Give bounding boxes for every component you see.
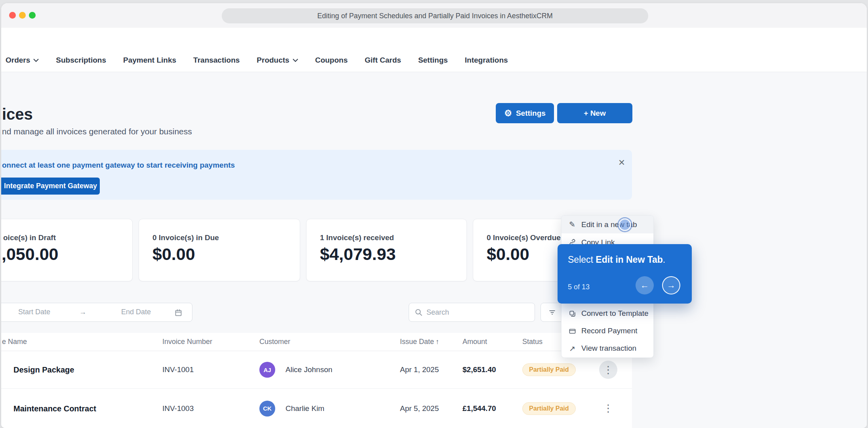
nav-item-payment-links[interactable]: Payment Links	[123, 56, 176, 65]
nav-item-orders[interactable]: Orders	[6, 56, 39, 65]
nav-item-coupons[interactable]: Coupons	[315, 56, 348, 65]
invoice-name: Maintenance Contract	[13, 404, 96, 413]
app-window: Editing of Payment Schedules and Partial…	[1, 3, 867, 428]
customer-name: Alice Johnson	[286, 365, 332, 374]
external-arrow-icon: ↗	[568, 344, 577, 353]
calendar-icon	[174, 308, 183, 317]
end-date-placeholder: End Date	[121, 308, 151, 316]
invoice-row[interactable]: Maintenance Contract INV-1003 CK Charlie…	[1, 389, 632, 428]
nav-label: Subscriptions	[56, 56, 106, 65]
close-window-button[interactable]	[9, 12, 16, 19]
date-range-picker[interactable]: Start Date → End Date	[1, 303, 192, 322]
payment-gateway-banner: onnect at least one payment gateway to s…	[1, 150, 632, 200]
payment-card-icon	[568, 327, 577, 335]
tour-instruction: Select Edit in New Tab.	[568, 254, 665, 265]
zoom-window-button[interactable]	[29, 12, 36, 19]
col-header-number[interactable]: Invoice Number	[162, 338, 212, 346]
stat-card-draft: oice(s) in Draft ,050.00	[1, 219, 133, 281]
stat-card-received: 1 Invoice(s) received $4,079.93	[306, 219, 467, 281]
instruction-prefix: Select	[568, 254, 596, 265]
col-header-issue-date[interactable]: Issue Date	[400, 338, 434, 346]
row-actions-kebab-icon[interactable]: ⋮	[599, 399, 617, 418]
stat-card-due: 0 Invoice(s) in Due $0.00	[139, 219, 300, 281]
invoice-number: INV-1001	[162, 365, 194, 374]
search-icon	[415, 308, 423, 317]
new-invoice-button[interactable]: + New	[557, 103, 632, 123]
invoice-amount: $2,651.40	[463, 365, 496, 374]
gear-icon: ⚙	[504, 108, 512, 118]
tour-step-counter: 5 of 13	[568, 283, 590, 291]
banner-close-icon[interactable]: ×	[619, 157, 625, 168]
menu-item-view-transaction[interactable]: ↗ View transaction	[562, 340, 653, 357]
tour-next-button[interactable]: →	[662, 276, 680, 294]
integrate-gateway-button[interactable]: Integrate Payment Gateway	[1, 178, 100, 195]
browser-titlebar: Editing of Payment Schedules and Partial…	[1, 3, 867, 28]
nav-label: Orders	[6, 56, 30, 65]
tour-tooltip: Select Edit in New Tab. 5 of 13 ← →	[558, 244, 692, 304]
search-input[interactable]	[426, 303, 529, 321]
nav-item-settings[interactable]: Settings	[418, 56, 448, 65]
col-header-status[interactable]: Status	[522, 338, 542, 346]
nav-item-products[interactable]: Products	[257, 56, 298, 65]
banner-message: onnect at least one payment gateway to s…	[2, 161, 235, 170]
arrow-left-icon: ←	[640, 280, 649, 290]
instruction-suffix: .	[663, 254, 665, 265]
nav-item-gift-cards[interactable]: Gift Cards	[365, 56, 401, 65]
cursor-indicator	[619, 218, 631, 231]
row-actions-kebab-icon[interactable]: ⋮	[599, 361, 617, 379]
template-icon	[568, 310, 577, 317]
menu-item-label: Convert to Template	[581, 309, 649, 318]
table-header-row: e Name Invoice Number Customer Issue Dat…	[1, 333, 632, 351]
stat-label: oice(s) in Draft	[3, 233, 56, 242]
col-header-name[interactable]: e Name	[2, 338, 27, 346]
search-box	[409, 303, 535, 322]
sort-ascending-icon[interactable]: ↑	[436, 338, 439, 346]
customer-avatar: AJ	[259, 362, 275, 378]
menu-item-record-payment[interactable]: Record Payment	[562, 322, 653, 340]
start-date-placeholder: Start Date	[18, 308, 50, 316]
invoices-table: e Name Invoice Number Customer Issue Dat…	[1, 333, 632, 428]
menu-item-label: Record Payment	[581, 327, 638, 335]
pencil-icon: ✎	[568, 220, 577, 229]
stat-label: 0 Invoice(s) in Due	[152, 233, 219, 242]
menu-item-label: View transaction	[581, 344, 636, 353]
stat-value: $4,079.93	[320, 245, 396, 264]
invoice-settings-button[interactable]: ⚙ Settings	[496, 103, 554, 123]
page-title: ices	[2, 105, 33, 123]
window-controls	[9, 12, 36, 19]
stat-value: ,050.00	[2, 245, 58, 264]
invoice-row[interactable]: Design Package INV-1001 AJ Alice Johnson…	[1, 351, 632, 389]
nav-item-integrations[interactable]: Integrations	[465, 56, 508, 65]
new-button-label: + New	[584, 109, 605, 118]
stat-label: 1 Invoice(s) received	[320, 233, 394, 242]
nav-label: Settings	[418, 56, 448, 65]
nav-item-transactions[interactable]: Transactions	[193, 56, 240, 65]
nav-item-subscriptions[interactable]: Subscriptions	[56, 56, 106, 65]
page-subtitle: nd manage all invoices generated for you…	[2, 127, 192, 136]
col-header-customer[interactable]: Customer	[259, 338, 290, 346]
app-header: Get Started ? KC T..	[1, 28, 867, 49]
settings-button-label: Settings	[516, 109, 546, 118]
minimize-window-button[interactable]	[19, 12, 26, 19]
menu-item-edit-new-tab[interactable]: ✎ Edit in a new tab	[562, 216, 653, 233]
customer-name: Charlie Kim	[286, 404, 324, 413]
status-badge: Partially Paid	[522, 363, 576, 376]
invoice-amount: £1,544.70	[463, 404, 496, 413]
stat-value: $0.00	[152, 245, 195, 264]
nav-label: Products	[257, 56, 289, 65]
col-header-amount[interactable]: Amount	[463, 338, 487, 346]
nav-label: Payment Links	[123, 56, 176, 65]
issue-date: Apr 1, 2025	[400, 365, 439, 374]
main-nav: Orders Subscriptions Payment Links Trans…	[1, 49, 867, 72]
address-title-pill: Editing of Payment Schedules and Partial…	[222, 8, 648, 23]
nav-label: Gift Cards	[365, 56, 401, 65]
nav-label: Integrations	[465, 56, 508, 65]
range-arrow-icon: →	[79, 308, 86, 316]
invoice-number: INV-1003	[162, 404, 194, 413]
main-content: ices nd manage all invoices generated fo…	[1, 72, 867, 428]
chevron-down-icon	[293, 59, 298, 62]
menu-item-convert-template[interactable]: Convert to Template	[562, 305, 653, 322]
tour-prev-button[interactable]: ←	[636, 276, 654, 294]
customer-avatar: CK	[259, 401, 275, 417]
filter-icon	[548, 308, 556, 317]
